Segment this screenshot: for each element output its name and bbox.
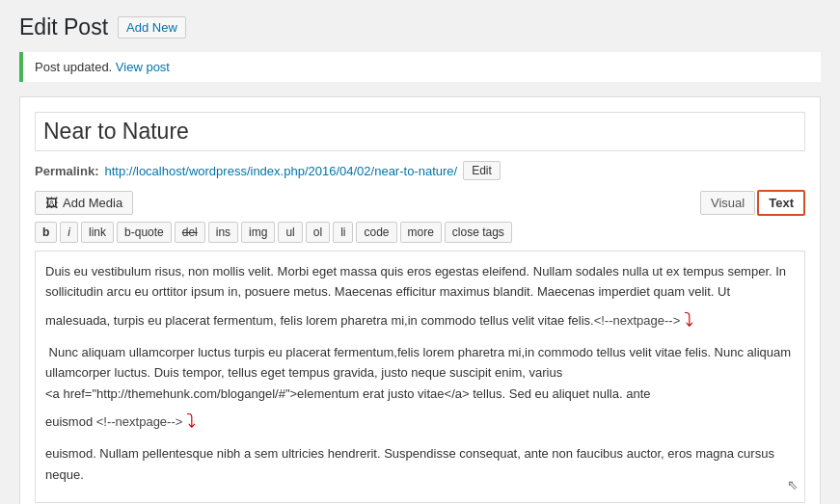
permalink-row: Permalink: http://localhost/wordpress/in… [35,161,805,180]
del-button[interactable]: del [175,222,205,243]
page-title: Edit Post [19,14,108,40]
notice-bar: Post updated. View post [19,52,821,82]
visual-text-tabs: Visual Text [700,190,805,216]
permalink-label: Permalink: [35,164,98,178]
add-media-icon: 🖼 [45,196,58,210]
more-button[interactable]: more [400,222,442,243]
notice-text: Post updated. [35,60,112,74]
editor-toolbar-top: 🖼 Add Media Visual Text [35,190,805,216]
text-tab[interactable]: Text [757,190,805,216]
code-button[interactable]: code [356,222,396,243]
add-new-button[interactable]: Add New [118,16,186,39]
content-text: Duis eu vestibulum risus, non mollis vel… [45,261,795,485]
content-area[interactable]: Duis eu vestibulum risus, non mollis vel… [35,251,805,503]
ins-button[interactable]: ins [208,222,238,243]
post-editor: Permalink: http://localhost/wordpress/in… [19,96,821,504]
permalink-url[interactable]: http://localhost/wordpress/index.php/201… [104,164,457,178]
add-media-label: Add Media [63,196,122,210]
link-button[interactable]: link [81,222,114,243]
italic-button[interactable]: i [60,222,78,243]
visual-tab[interactable]: Visual [700,191,755,215]
bquote-button[interactable]: b-quote [117,222,172,243]
content-wrapper: Duis eu vestibulum risus, non mollis vel… [35,251,805,503]
bold-button[interactable]: b [35,222,57,243]
img-button[interactable]: img [241,222,275,243]
li-button[interactable]: li [333,222,353,243]
format-buttons-row: b i link b-quote del ins img ul ol li co… [35,222,805,243]
post-title-input[interactable] [35,112,805,151]
permalink-edit-button[interactable]: Edit [463,161,501,180]
expand-icon[interactable]: ⇖ [787,474,799,496]
add-media-button[interactable]: 🖼 Add Media [35,191,133,215]
view-post-link[interactable]: View post [116,60,170,74]
close-tags-button[interactable]: close tags [445,222,512,243]
ul-button[interactable]: ul [278,222,302,243]
ol-button[interactable]: ol [306,222,330,243]
